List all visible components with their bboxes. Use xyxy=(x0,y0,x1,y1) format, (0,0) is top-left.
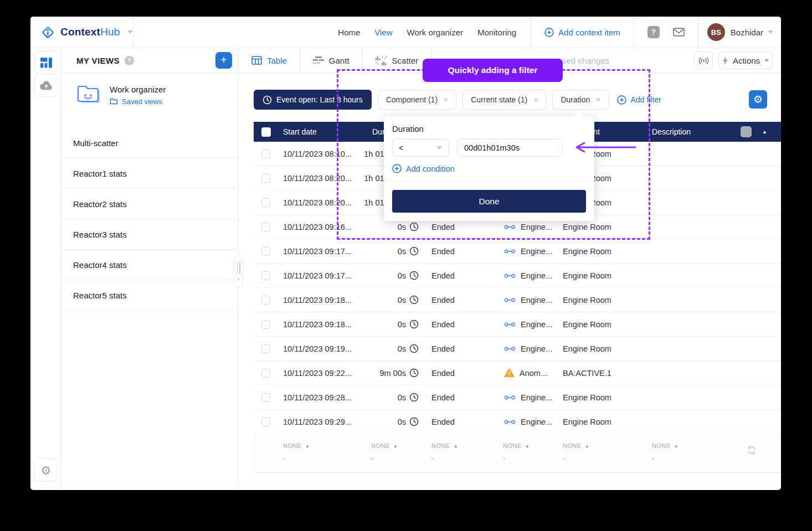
time-filter-pill[interactable]: Event open: Last 8 hours xyxy=(254,90,372,110)
nav-home[interactable]: Home xyxy=(338,28,360,37)
view-item-reactor2-stats[interactable]: Reactor2 stats xyxy=(61,189,238,219)
workspace-name: Work organizer xyxy=(110,85,166,94)
cell-duration: 0s xyxy=(366,319,426,329)
view-item-reactor3-stats[interactable]: Reactor3 stats xyxy=(61,219,238,250)
cell-start-date: 10/11/2023 09:29... xyxy=(278,417,366,426)
table-settings-button[interactable]: ⚙ xyxy=(749,90,767,109)
cell-equipment: BA:ACTIVE.1 xyxy=(558,369,647,378)
table-row[interactable]: 10/11/2023 09:17... 0s Ended Engine... E… xyxy=(254,264,781,288)
view-item-reactor1-stats[interactable]: Reactor1 stats xyxy=(61,158,238,189)
tutorial-callout: Quickly adding a filter xyxy=(423,59,563,82)
row-checkbox[interactable] xyxy=(261,296,270,305)
brand[interactable]: ContextHub xyxy=(30,17,133,48)
footer-aggregation-current-state[interactable]: NONE ▲ - xyxy=(426,434,498,472)
footer-aggregation-equipment[interactable]: NONE ▲ - xyxy=(558,434,647,472)
view-item-multi-scatter[interactable]: Multi-scatter xyxy=(61,128,238,158)
tab-table[interactable]: Table xyxy=(239,48,300,73)
table-row[interactable]: 10/11/2023 09:18... 0s Ended Engine... E… xyxy=(254,312,781,337)
divider xyxy=(634,17,634,48)
filter-pill-current-state-1-[interactable]: Current state (1)× xyxy=(462,90,546,110)
footer-aggregation-start-date[interactable]: NONE ▲ - xyxy=(278,434,366,472)
done-button[interactable]: Done xyxy=(392,190,586,213)
mail-icon[interactable] xyxy=(673,28,685,37)
footer-aggregation-duration[interactable]: NONE ▲ - xyxy=(366,434,426,472)
view-item-reactor4-stats[interactable]: Reactor4 stats xyxy=(61,250,238,280)
remove-filter-icon[interactable]: × xyxy=(444,95,448,104)
footer-aggregation-component[interactable]: NONE ▲ - xyxy=(498,434,558,472)
table-row[interactable]: 10/11/2023 09:29... 0s Ended Engine... E… xyxy=(254,410,781,434)
help-circle-icon[interactable]: ? xyxy=(125,56,134,65)
cell-start-date: 10/11/2023 09:17... xyxy=(278,247,366,256)
cell-start-date: 10/11/2023 09:28... xyxy=(278,393,366,402)
column-options-icon[interactable] xyxy=(741,126,752,137)
row-checkbox[interactable] xyxy=(261,271,270,280)
filter-pill-component-1-[interactable]: Component (1)× xyxy=(378,90,457,110)
cell-current-state: Ended xyxy=(426,417,498,426)
tab-gantt[interactable]: Gantt xyxy=(300,48,363,73)
nav-monitoring[interactable]: Monitoring xyxy=(477,28,516,37)
divider xyxy=(531,17,531,48)
add-condition-button[interactable]: Add condition xyxy=(392,164,586,173)
actions-button[interactable]: Actions xyxy=(718,51,773,69)
table-row[interactable]: 10/11/2023 09:17... 0s Ended Engine... E… xyxy=(254,239,781,264)
row-checkbox[interactable] xyxy=(261,149,270,158)
header-start-date[interactable]: Start date xyxy=(278,127,366,136)
nav-view[interactable]: View xyxy=(374,28,392,37)
top-navbar: ContextHub HomeViewWork organizerMonitor… xyxy=(30,17,781,48)
cell-component: Engine... xyxy=(498,223,558,231)
row-checkbox[interactable] xyxy=(261,369,270,378)
link-icon xyxy=(504,248,516,255)
operator-select[interactable]: < xyxy=(392,139,449,157)
add-filter-button[interactable]: Add filter xyxy=(617,95,661,105)
remove-filter-icon[interactable]: × xyxy=(533,95,538,104)
cell-component: Engine... xyxy=(498,296,558,305)
cell-duration: 0s xyxy=(366,246,426,256)
row-checkbox[interactable] xyxy=(261,198,270,207)
row-checkbox[interactable] xyxy=(261,223,270,231)
sort-ascending-icon[interactable]: ▲ xyxy=(762,129,767,135)
remove-filter-icon[interactable]: × xyxy=(596,95,600,104)
table-row[interactable]: 10/11/2023 09:28... 0s Ended Engine... E… xyxy=(254,385,781,410)
table-row[interactable]: 10/11/2023 09:22... 9m 00s Ended Anom...… xyxy=(254,361,781,385)
select-all-checkbox[interactable] xyxy=(261,127,271,137)
footer-aggregation-description[interactable]: NONE ▲ - xyxy=(647,434,781,472)
row-checkbox[interactable] xyxy=(261,393,270,402)
row-checkbox[interactable] xyxy=(261,320,270,329)
workspace-card[interactable]: Work organizer Saved views xyxy=(61,73,238,115)
tab-scatter[interactable]: Scatter xyxy=(363,48,432,73)
refresh-icon[interactable] xyxy=(747,445,757,457)
row-checkbox[interactable] xyxy=(261,174,270,183)
table-row[interactable]: 10/11/2023 09:19... 0s Ended Engine... E… xyxy=(254,337,781,361)
add-context-item-button[interactable]: Add context item xyxy=(544,28,620,37)
cell-equipment: Engine Room xyxy=(558,247,647,256)
cell-start-date: 10/11/2023 08:20... xyxy=(278,174,366,183)
table-row[interactable]: 10/11/2023 09:18... 0s Ended Engine... E… xyxy=(254,288,781,312)
row-checkbox[interactable] xyxy=(261,417,270,426)
filter-pill-duration[interactable]: Duration× xyxy=(552,90,609,110)
duration-value-input[interactable] xyxy=(457,139,563,157)
broadcast-button[interactable] xyxy=(694,51,713,69)
saved-views-link[interactable]: Saved views xyxy=(110,97,166,106)
header-description[interactable]: Description ▲ xyxy=(647,126,781,137)
sort-ascending-icon: ▲ xyxy=(585,444,589,448)
cell-duration: 0s xyxy=(366,417,426,426)
avatar[interactable]: BS xyxy=(707,23,725,41)
cloud-upload-button[interactable] xyxy=(34,74,58,97)
scatter-icon xyxy=(376,56,387,65)
dashboard-layout-button[interactable] xyxy=(34,51,58,74)
cell-duration: 0s xyxy=(366,344,426,353)
cell-current-state: Ended xyxy=(426,344,498,353)
cell-equipment: Engine Room xyxy=(558,223,647,231)
user-name[interactable]: Bozhidar xyxy=(731,28,763,37)
add-view-button[interactable]: + xyxy=(215,52,232,69)
user-menu-chevron-icon[interactable] xyxy=(768,30,773,34)
sidebar-resize-handle[interactable]: × xyxy=(234,256,243,288)
view-item-reactor5-stats[interactable]: Reactor5 stats xyxy=(61,280,238,311)
row-checkbox[interactable] xyxy=(261,247,270,256)
settings-rail-button[interactable]: ⚙ xyxy=(34,458,58,482)
nav-work-organizer[interactable]: Work organizer xyxy=(407,28,463,37)
row-checkbox[interactable] xyxy=(261,344,270,353)
help-button[interactable]: ? xyxy=(647,26,660,38)
gear-icon: ⚙ xyxy=(753,93,763,106)
navbar-right: HomeViewWork organizerMonitoring Add con… xyxy=(338,17,781,48)
